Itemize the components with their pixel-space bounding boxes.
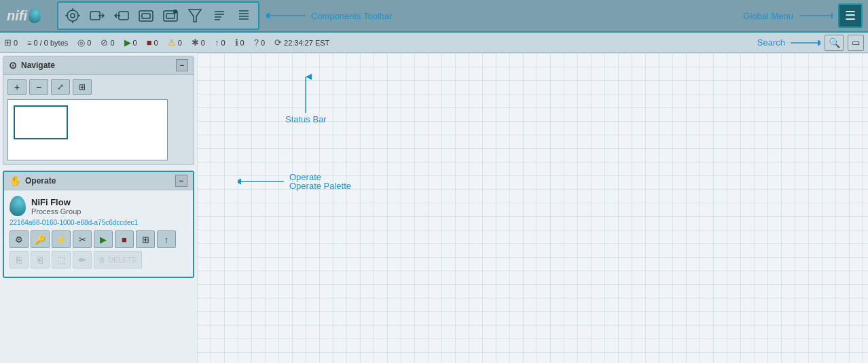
queued-icon: ◎ [77, 37, 85, 48]
delete-label: DELETE [108, 256, 137, 264]
running-count-value: 0 [14, 39, 18, 47]
info-icon: ℹ [235, 37, 238, 48]
toolbar-arrow-icon [266, 9, 307, 22]
invalid-value: 0 [110, 39, 114, 47]
components-toolbar-label: Components Toolbar [311, 11, 393, 21]
minimap [7, 99, 168, 160]
running-proc-item: ▶ 0 [124, 37, 137, 48]
main-area: ⊙ Navigate − + − ⤢ ⊞ ✋ Operate [0, 53, 868, 363]
svg-point-1 [71, 14, 75, 18]
invalid-icon: ⊘ [101, 37, 108, 48]
operate-panel-header: ✋ Operate − [4, 172, 193, 190]
svg-point-12 [173, 10, 177, 14]
operate-buttons-row2: ⎘ ⎗ ⬚ ✏ 🗑 DELETE [10, 251, 187, 269]
fit-button[interactable]: ⤢ [51, 79, 70, 95]
svg-rect-6 [90, 12, 100, 20]
create-template-button[interactable]: ⊞ [136, 230, 155, 248]
info-value: 0 [240, 39, 245, 47]
upload-template-button[interactable]: ↑ [157, 230, 176, 248]
navigate-minimize-button[interactable]: − [176, 59, 188, 71]
timestamp-item: ⟳ 22:34:27 EST [274, 37, 329, 48]
navigate-content: + − ⤢ ⊞ [3, 75, 194, 165]
start-button[interactable]: ▶ [94, 230, 113, 248]
unknown-value: 0 [261, 39, 265, 47]
hamburger-icon: ☰ [845, 8, 856, 23]
queued-value: 0 [87, 39, 91, 47]
svg-rect-9 [142, 14, 150, 18]
process-group-info: NiFi Flow Process Group [10, 196, 187, 216]
operate-minimize-button[interactable]: − [175, 175, 187, 187]
io-icon: ≡ [27, 39, 31, 47]
minimap-viewport [14, 105, 68, 139]
process-group-name: NiFi Flow [31, 197, 81, 207]
warning-icon: ⚠ [168, 37, 176, 48]
global-menu-area: Global Menu ☰ [743, 3, 868, 28]
refresh-icon: ⟳ [274, 37, 282, 48]
add-template-button[interactable] [208, 4, 231, 27]
unknown-icon: ? [254, 37, 259, 48]
zoom-out-button[interactable]: − [29, 79, 48, 95]
stop-icon: ■ [147, 37, 152, 48]
add-processor-button[interactable] [61, 4, 84, 27]
enable-controller-button[interactable]: 🔑 [31, 230, 50, 248]
svg-rect-7 [119, 12, 128, 20]
process-group-type: Process Group [31, 207, 81, 215]
timestamp-value: 22:34:27 EST [284, 39, 329, 47]
warning-value: 0 [178, 39, 182, 47]
global-menu-label: Global Menu [743, 11, 793, 21]
stop-button[interactable]: ■ [115, 230, 134, 248]
add-process-group-button[interactable] [134, 4, 158, 27]
delete-button[interactable]: 🗑 DELETE [94, 251, 142, 269]
paste-button[interactable]: ⎗ [31, 251, 50, 269]
process-group-details: NiFi Flow Process Group [31, 197, 81, 215]
add-output-port-button[interactable] [110, 4, 133, 27]
search-button[interactable]: 🔍 [825, 35, 844, 51]
play-icon: ▶ [124, 37, 131, 48]
operate-title: Operate [25, 176, 56, 186]
navigate-icon: ⊙ [9, 60, 17, 71]
copy-button[interactable]: ⎘ [10, 251, 29, 269]
search-arrow-icon [789, 37, 820, 49]
status-bar-arrow-icon [299, 73, 312, 114]
running-proc-value: 0 [133, 39, 137, 47]
navigate-title: Navigate [21, 60, 55, 70]
navigate-panel: ⊙ Navigate − + − ⤢ ⊞ [3, 56, 194, 165]
disable-button[interactable]: ✂ [73, 230, 92, 248]
svg-point-0 [67, 10, 78, 21]
search-area: Search 🔍 ▭ [757, 35, 864, 51]
svg-rect-11 [166, 14, 175, 18]
status-bar-label: Status Bar [285, 114, 327, 124]
add-input-port-button[interactable] [86, 4, 109, 27]
add-label-button[interactable] [232, 4, 255, 27]
status-bar: ⊞ 0 ≡ 0 / 0 bytes ◎ 0 ⊘ 0 ▶ 0 ■ 0 ⚠ 0 ✱ … [0, 33, 868, 53]
components-toolbar-annotation: Components Toolbar [266, 9, 393, 22]
screen-icon: ▭ [852, 37, 860, 48]
group-button[interactable]: ⬚ [52, 251, 71, 269]
zoom-controls: + − ⤢ ⊞ [7, 79, 189, 95]
zoom-in-button[interactable]: + [7, 79, 26, 95]
process-group-icon [10, 196, 26, 216]
actual-size-button[interactable]: ⊞ [73, 79, 92, 95]
info-item: ℹ 0 [235, 37, 245, 48]
disabled-item: ✱ 0 [192, 37, 205, 48]
add-funnel-button[interactable] [183, 4, 206, 27]
configure-button[interactable]: ⚙ [10, 230, 29, 248]
io-value: 0 / 0 bytes [34, 39, 69, 47]
invalid-item: ⊘ 0 [101, 37, 114, 48]
enable-button[interactable]: ⚡ [52, 230, 71, 248]
search-label: Search [757, 37, 785, 48]
operate-buttons-row1: ⚙ 🔑 ⚡ ✂ ▶ ■ ⊞ ↑ [10, 230, 187, 248]
trash-icon: 🗑 [98, 256, 106, 264]
disabled-value: 0 [201, 39, 205, 47]
global-menu-arrow-icon [799, 9, 833, 22]
change-color-button[interactable]: ✏ [73, 251, 92, 269]
stopped-value: 0 [154, 39, 158, 47]
global-menu-button[interactable]: ☰ [838, 3, 863, 28]
canvas[interactable]: Status Bar Operate Operate Palette [197, 53, 868, 363]
left-panels: ⊙ Navigate − + − ⤢ ⊞ ✋ Operate [0, 53, 197, 363]
status-bar-annotation: Status Bar [285, 73, 327, 124]
search-icon: 🔍 [829, 37, 840, 48]
add-remote-process-group-button[interactable] [159, 4, 182, 27]
fullscreen-button[interactable]: ▭ [848, 35, 864, 51]
operate-icon: ✋ [10, 175, 21, 186]
